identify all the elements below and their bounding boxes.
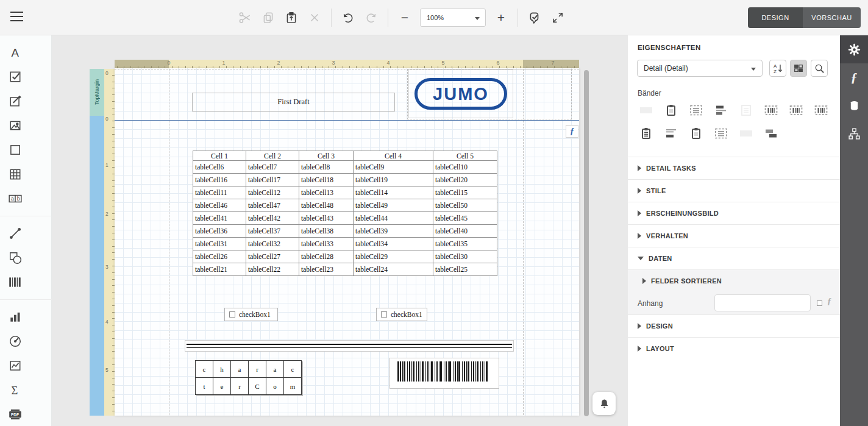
table-cell[interactable]: tableCell13 [299, 186, 354, 199]
chart-tool-icon[interactable] [5, 305, 26, 329]
report-title-textbox[interactable]: First Draft [192, 93, 395, 112]
page-footer-band-icon[interactable] [689, 127, 703, 140]
table-band-icon[interactable] [764, 104, 778, 117]
table-cell[interactable]: tableCell24 [354, 263, 433, 276]
character-comb-element[interactable]: characterCom [195, 360, 302, 395]
barcode-tool-icon[interactable] [5, 270, 26, 294]
zoom-level-select[interactable]: 100% [420, 9, 486, 27]
table-cell[interactable]: tableCell25 [433, 263, 497, 276]
detail-band-icon[interactable] [739, 104, 753, 117]
char-cell[interactable]: o [266, 378, 284, 395]
char-cell[interactable]: c [196, 361, 213, 378]
char-cell[interactable]: m [284, 378, 302, 395]
section-felder-sortieren[interactable]: FELDER SORTIEREN [628, 269, 840, 292]
char-cell[interactable]: c [284, 361, 302, 378]
table-cell[interactable]: tableCell28 [299, 250, 354, 263]
char-cell[interactable]: e [213, 378, 231, 395]
char-cell[interactable]: t [196, 378, 213, 395]
table-cell[interactable]: tableCell22 [246, 263, 299, 276]
table-cell[interactable]: tableCell42 [246, 212, 299, 225]
sort-az-icon[interactable]: AZ [769, 60, 786, 77]
section-design[interactable]: DESIGN [628, 314, 840, 337]
table-cell[interactable]: tableCell46 [193, 199, 246, 212]
gauge-tool-icon[interactable] [5, 329, 26, 353]
table-cell[interactable]: tableCell9 [354, 161, 433, 174]
table-cell[interactable]: tableCell6 [193, 161, 246, 174]
report-tree-icon[interactable] [840, 119, 868, 147]
ab-cell-tool-icon[interactable]: ab [5, 186, 26, 211]
bottom-margin-band-icon[interactable] [739, 127, 753, 140]
pdf-tool-icon[interactable]: PDF [5, 402, 26, 426]
table-header-cell[interactable]: Cell 3 [299, 151, 354, 161]
table-cell[interactable]: tableCell21 [193, 263, 246, 276]
text-tool-icon[interactable]: A [5, 40, 26, 65]
notifications-bell-button[interactable] [592, 392, 616, 415]
anhang-input[interactable] [714, 294, 811, 311]
table-cell[interactable]: tableCell45 [433, 212, 497, 225]
settings-gear-icon[interactable] [840, 35, 868, 63]
element-selector-dropdown[interactable]: Detail (Detail) [637, 60, 763, 77]
table-cell[interactable]: tableCell11 [193, 186, 246, 199]
table-cell[interactable]: tableCell23 [299, 263, 354, 276]
column-header-band-icon[interactable] [689, 104, 703, 117]
report-header-band-icon[interactable] [664, 104, 678, 117]
checkbox-tool-icon[interactable] [5, 65, 26, 89]
richtext-tool-icon[interactable] [5, 89, 26, 113]
table-cell[interactable]: tableCell39 [354, 225, 433, 238]
preview-button[interactable]: VORSCHAU [803, 7, 861, 28]
shape-tool-icon[interactable] [5, 246, 26, 270]
table-band-icon-2[interactable] [789, 104, 803, 117]
table-cell[interactable]: tableCell31 [193, 238, 246, 250]
group-footer-band-icon[interactable] [664, 127, 678, 140]
table-cell[interactable]: tableCell29 [354, 250, 433, 263]
table-cell[interactable]: tableCell43 [299, 212, 354, 225]
table-cell[interactable]: tableCell19 [354, 174, 433, 186]
table-cell[interactable]: tableCell15 [433, 186, 497, 199]
table-tool-icon[interactable] [5, 162, 26, 186]
sum-tool-icon[interactable]: Σ [5, 378, 26, 402]
menu-icon[interactable] [10, 12, 24, 24]
redo-icon[interactable] [363, 9, 380, 26]
vertical-scrollbar[interactable] [584, 70, 589, 416]
section-stile[interactable]: STILE [628, 179, 840, 202]
section-detail-tasks[interactable]: DETAIL TASKS [628, 157, 840, 179]
table-cell[interactable]: tableCell41 [193, 212, 246, 225]
char-cell[interactable]: h [213, 361, 231, 378]
table-cell[interactable]: tableCell48 [299, 199, 354, 212]
line-tool-icon[interactable] [5, 221, 26, 246]
overlay-band-icon[interactable] [764, 127, 778, 140]
anhang-checkbox[interactable] [817, 300, 822, 306]
table-cell[interactable]: tableCell14 [354, 186, 433, 199]
table-cell[interactable]: tableCell27 [246, 250, 299, 263]
table-cell[interactable]: tableCell38 [299, 225, 354, 238]
char-cell[interactable]: a [266, 361, 284, 378]
char-cell[interactable]: a [231, 361, 249, 378]
table-cell[interactable]: tableCell16 [193, 174, 246, 186]
table-cell[interactable]: tableCell40 [433, 225, 497, 238]
report-table[interactable]: Cell 1Cell 2Cell 3Cell 4Cell 5tableCell6… [193, 151, 497, 276]
fullscreen-icon[interactable] [549, 9, 566, 26]
table-cell[interactable]: tableCell20 [433, 174, 497, 186]
paste-icon[interactable] [283, 9, 300, 26]
table-cell[interactable]: tableCell12 [246, 186, 299, 199]
column-footer-band-icon[interactable] [714, 127, 728, 140]
section-verhalten[interactable]: VERHALTEN [628, 224, 840, 247]
table-cell[interactable]: tableCell44 [354, 212, 433, 225]
table-cell[interactable]: tableCell35 [433, 238, 497, 250]
delete-icon[interactable] [306, 9, 323, 26]
functions-icon[interactable]: ƒ [840, 63, 868, 91]
undo-icon[interactable] [340, 9, 357, 26]
validate-icon[interactable] [526, 9, 543, 26]
table-cell[interactable]: tableCell17 [246, 174, 299, 186]
checkbox-element-2[interactable]: checkBox1 [376, 308, 427, 321]
copy-icon[interactable] [260, 9, 277, 26]
table-cell[interactable]: tableCell34 [354, 238, 433, 250]
sparkline-tool-icon[interactable] [5, 353, 26, 378]
table-band-icon-3[interactable] [814, 104, 828, 117]
checkbox-element-1[interactable]: checkBox1 [224, 308, 278, 321]
table-header-cell[interactable]: Cell 1 [193, 151, 246, 161]
detail-band-strip[interactable] [90, 116, 104, 416]
table-cell[interactable]: tableCell7 [246, 161, 299, 174]
section-daten[interactable]: DATEN [628, 247, 840, 269]
section-erscheinungsbild[interactable]: ERSCHEINUNGSBILD [628, 202, 840, 224]
